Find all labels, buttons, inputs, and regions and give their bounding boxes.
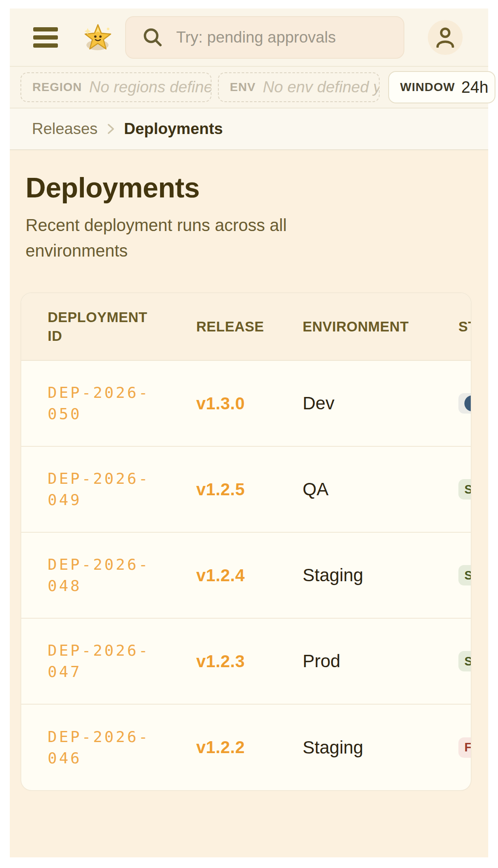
table-row[interactable]: DEP-2026-047 v1.2.3 Prod Success xyxy=(21,618,472,704)
environment-value: Staging xyxy=(303,737,363,757)
main-content: Deployments Recent deployment runs acros… xyxy=(10,150,488,857)
hamburger-icon xyxy=(33,35,58,40)
status-badge: Success xyxy=(458,651,472,671)
hamburger-icon xyxy=(33,27,58,31)
window-filter-value: 24h xyxy=(461,78,488,97)
release-value: v1.2.3 xyxy=(196,652,245,671)
window-filter-label: WINDOW xyxy=(400,80,455,94)
environment-value: QA xyxy=(303,479,329,499)
app-frame: REGION No regions defined ENV No env def… xyxy=(10,9,488,857)
env-filter-label: ENV xyxy=(230,80,256,94)
breadcrumb-link-releases[interactable]: Releases xyxy=(32,120,97,138)
status-dot-icon xyxy=(464,395,472,411)
env-filter-chip[interactable]: ENV No env defined yet xyxy=(218,72,380,102)
deployment-id-link[interactable]: DEP-2026-049 xyxy=(48,468,170,511)
deployment-id-link[interactable]: DEP-2026-046 xyxy=(48,726,170,769)
status-badge: Success xyxy=(458,479,472,500)
deployment-id-link[interactable]: DEP-2026-047 xyxy=(48,640,170,682)
environment-value: Dev xyxy=(303,393,335,413)
region-filter-chip[interactable]: REGION No regions defined xyxy=(20,72,212,102)
release-value: v1.3.0 xyxy=(196,394,245,413)
release-value: v1.2.5 xyxy=(196,480,245,499)
chevron-right-icon xyxy=(105,123,116,135)
deployment-id-link[interactable]: DEP-2026-050 xyxy=(48,382,170,425)
status-badge: Success xyxy=(458,565,472,585)
column-header-status: Status xyxy=(432,293,472,360)
environment-value: Staging xyxy=(303,565,363,585)
column-header-deployment-id: Deployment ID xyxy=(21,293,170,360)
column-header-environment: Environment xyxy=(276,293,432,360)
release-value: v1.2.4 xyxy=(196,566,245,585)
search-field xyxy=(125,16,404,59)
avatar-button[interactable] xyxy=(428,20,463,55)
page-title: Deployments xyxy=(26,171,472,204)
table-row[interactable]: DEP-2026-049 v1.2.5 QA Success xyxy=(21,446,472,532)
status-badge: Running xyxy=(458,393,472,414)
page-subtitle: Recent deployment runs across all enviro… xyxy=(26,212,349,263)
table-row[interactable]: DEP-2026-048 v1.2.4 Staging Success xyxy=(21,532,472,618)
chevron-down-icon xyxy=(493,82,495,93)
column-header-release: Release xyxy=(170,293,276,360)
deployments-table: Deployment ID Release Environment Status… xyxy=(21,293,472,790)
deployment-id-link[interactable]: DEP-2026-048 xyxy=(48,554,170,597)
env-filter-value: No env defined yet xyxy=(263,78,380,96)
status-label: Success xyxy=(464,483,472,497)
breadcrumb: Releases Deployments xyxy=(10,108,488,150)
person-icon xyxy=(435,27,455,48)
status-label: Success xyxy=(464,654,472,668)
status-badge: Failed xyxy=(458,737,472,758)
table-row[interactable]: DEP-2026-050 v1.3.0 Dev Running xyxy=(21,360,472,446)
breadcrumb-current: Deployments xyxy=(124,120,223,138)
region-filter-label: REGION xyxy=(32,80,82,94)
star-mascot-icon xyxy=(82,21,114,54)
release-value: v1.2.2 xyxy=(196,738,245,757)
search-icon xyxy=(142,27,163,48)
hamburger-icon xyxy=(33,43,58,48)
region-filter-value: No regions defined xyxy=(89,78,212,96)
window-filter-dropdown[interactable]: WINDOW 24h xyxy=(388,71,495,103)
table-row[interactable]: DEP-2026-046 v1.2.2 Staging Failed xyxy=(21,704,472,790)
status-label: Success xyxy=(464,568,472,582)
environment-value: Prod xyxy=(303,651,341,671)
search-input[interactable] xyxy=(176,29,404,46)
menu-button[interactable] xyxy=(33,27,58,48)
table-header-row: Deployment ID Release Environment Status xyxy=(21,293,472,360)
filter-bar: REGION No regions defined ENV No env def… xyxy=(10,67,488,108)
top-bar xyxy=(10,9,488,67)
deployments-table-card[interactable]: Deployment ID Release Environment Status… xyxy=(20,292,472,791)
status-label: Failed xyxy=(464,740,472,754)
